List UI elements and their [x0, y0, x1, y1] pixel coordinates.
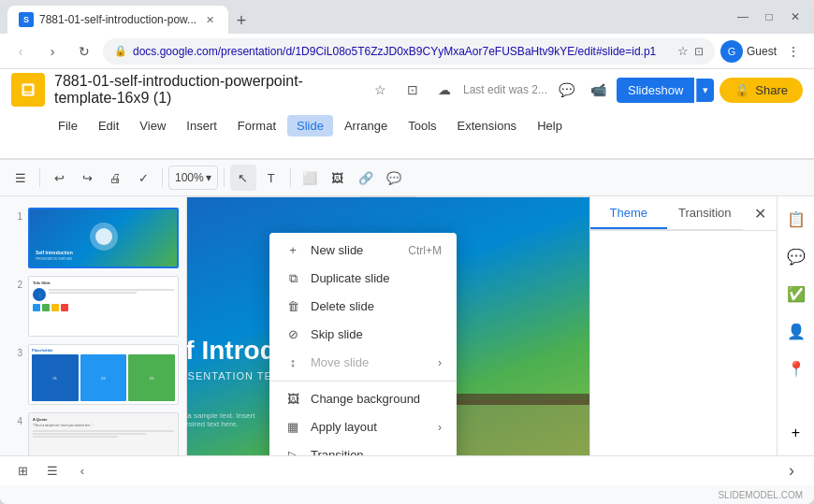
maps-icon[interactable]: 📍 [781, 353, 811, 383]
cloud-save-button[interactable]: ☁ [431, 77, 458, 103]
move-slide-label: Move slide [311, 355, 369, 369]
menu-slide[interactable]: Slide [287, 115, 333, 137]
tab-transition[interactable]: Transition [667, 198, 744, 229]
toolbar-image-button[interactable]: 🖼 [325, 165, 351, 191]
footer-branding: SLIDEMODEL.COM [718, 490, 803, 500]
toolbar-comment-button[interactable]: 💬 [381, 165, 407, 191]
menu-view[interactable]: View [130, 115, 175, 137]
context-menu-change-background[interactable]: 🖼 Change background [269, 385, 457, 413]
toolbar-menu-button[interactable]: ☰ [7, 165, 34, 191]
product-sidebar: 📋 💬 ✅ 👤 📍 + [777, 196, 814, 455]
context-menu-new-slide[interactable]: + New slide Ctrl+M [269, 237, 457, 265]
toolbar-shape-button[interactable]: ⬜ [297, 165, 323, 191]
maximize-button[interactable]: □ [758, 6, 780, 28]
slide-number-2: 2 [7, 280, 22, 290]
active-tab[interactable]: S 7881-01-self-introduction-pow... ✕ [7, 6, 228, 34]
plant-leaves [587, 324, 589, 381]
toolbar: ☰ ↩ ↪ 🖨 ✓ 100% ▾ ↖ T ⬜ 🖼 🔗 💬 [0, 159, 814, 196]
url-bar[interactable]: 🔒 docs.google.com/presentation/d/1D9CiL0… [103, 38, 715, 65]
menu-insert[interactable]: Insert [177, 115, 226, 137]
header-icons: ☆ ⊡ ☁ Last edit was 2... 💬 📹 Slideshow ▾… [368, 77, 803, 103]
reload-button[interactable]: ↻ [71, 38, 97, 65]
close-button[interactable]: ✕ [784, 6, 807, 28]
toolbar-undo-button[interactable]: ↩ [46, 165, 72, 191]
skip-slide-icon: ⊘ [284, 326, 301, 343]
tab-title: 7881-01-self-introduction-pow... [39, 13, 196, 26]
duplicate-slide-label: Duplicate slide [311, 271, 390, 285]
menu-tools[interactable]: Tools [399, 115, 445, 137]
keep-notes-icon[interactable]: 📋 [781, 204, 811, 234]
svg-rect-2 [24, 93, 32, 94]
grid-view-button[interactable]: ⊞ [11, 460, 34, 482]
slide-thumb-1[interactable]: 1 Self Introduction PRESENTATION TEMPLAT… [0, 204, 186, 272]
footer: SLIDEMODEL.COM [0, 485, 814, 504]
star-icon: ☆ [677, 44, 689, 58]
add-apps-icon[interactable]: + [781, 418, 811, 448]
slideshow-main-button[interactable]: Slideshow [617, 78, 694, 103]
filmstrip-view-button[interactable]: ☰ [41, 460, 64, 482]
menu-help[interactable]: Help [528, 115, 572, 137]
slide-thumb-4[interactable]: 4 A Quote "This is a sample text. Insert… [0, 409, 186, 455]
toolbar-separator-3 [224, 168, 225, 187]
slide-preview-2: Title Slide 👤 [28, 276, 179, 337]
context-menu-delete-slide[interactable]: 🗑 Delete slide [269, 293, 457, 321]
new-slide-icon: + [284, 242, 301, 259]
toolbar-text-button[interactable]: T [258, 165, 284, 191]
change-background-label: Change background [311, 392, 420, 406]
menu-arrange[interactable]: Arrange [335, 115, 397, 137]
move-to-drive-button[interactable]: ⊡ [400, 77, 426, 103]
share-lock-icon: 🔒 [734, 83, 749, 97]
menu-file[interactable]: File [49, 115, 87, 137]
menu-edit[interactable]: Edit [89, 115, 128, 137]
new-slide-label: New slide [311, 243, 363, 257]
context-menu-skip-slide[interactable]: ⊘ Skip slide [269, 321, 457, 349]
share-label: Share [755, 83, 788, 97]
contacts-icon[interactable]: 👤 [781, 316, 811, 346]
context-menu-duplicate-slide[interactable]: ⧉ Duplicate slide [269, 265, 457, 293]
toolbar-cursor-button[interactable]: ↖ [230, 165, 256, 191]
toolbar-link-button[interactable]: 🔗 [353, 165, 379, 191]
meetings-button[interactable]: 📹 [585, 77, 611, 103]
app-header: 7881-01-self-introduction-powerpoint-tem… [0, 69, 814, 159]
forward-button[interactable]: › [39, 38, 65, 65]
comments-button[interactable]: 💬 [553, 77, 579, 103]
bottom-right-nav: › [780, 460, 803, 482]
extensions-button[interactable]: ⋮ [780, 38, 807, 65]
document-title: 7881-01-self-introduction-powerpoint-tem… [54, 73, 358, 107]
toolbar-print-button[interactable]: 🖨 [102, 165, 128, 191]
expand-panel-button[interactable]: › [780, 460, 803, 482]
editor-wrapper: elf Introduction PRESENTATION TEMPLATE T… [187, 197, 589, 456]
toolbar-redo-button[interactable]: ↪ [74, 165, 100, 191]
tab-transition-label: Transition [678, 206, 732, 220]
google-chat-icon[interactable]: 💬 [781, 241, 811, 271]
lock-icon: 🔒 [114, 45, 127, 57]
star-bookmark-button[interactable]: ☆ [368, 77, 394, 103]
right-panel-close-button[interactable]: ✕ [747, 200, 773, 226]
new-tab-button[interactable]: + [228, 7, 254, 34]
slides-logo [11, 73, 45, 107]
toolbar-zoom-control[interactable]: 100% ▾ [168, 166, 218, 190]
context-menu-separator-1 [269, 381, 457, 382]
slide-thumb-3[interactable]: 3 Placeholder 01 02 03 [0, 340, 186, 409]
menu-format[interactable]: Format [228, 115, 285, 137]
menu-bar: File Edit View Insert Format Slide Arran… [0, 110, 814, 140]
profile-avatar[interactable]: G [720, 40, 743, 63]
share-button[interactable]: 🔒 Share [720, 78, 803, 103]
context-menu-transition[interactable]: ▷ Transition [269, 441, 457, 456]
minimize-button[interactable]: — [732, 6, 754, 28]
menu-extensions[interactable]: Extensions [448, 115, 527, 137]
back-button[interactable]: ‹ [7, 38, 34, 65]
apply-layout-label: Apply layout [311, 420, 377, 434]
context-menu-apply-layout[interactable]: ▦ Apply layout › [269, 413, 457, 441]
slideshow-dropdown-button[interactable]: ▾ [696, 79, 714, 102]
tasks-icon[interactable]: ✅ [781, 279, 811, 309]
tab-theme[interactable]: Theme [590, 198, 667, 229]
slide-thumb-2[interactable]: 2 Title Slide 👤 [0, 272, 186, 340]
tab-close-button[interactable]: ✕ [202, 12, 217, 27]
slide-panel[interactable]: 1 Self Introduction PRESENTATION TEMPLAT… [0, 196, 187, 455]
toolbar-spellcheck-button[interactable]: ✓ [130, 165, 156, 191]
move-slide-icon: ↕ [284, 354, 301, 371]
apply-layout-arrow: › [438, 421, 442, 434]
app-title-row: 7881-01-self-introduction-powerpoint-tem… [0, 69, 814, 110]
collapse-panel-button[interactable]: ‹ [71, 460, 94, 482]
